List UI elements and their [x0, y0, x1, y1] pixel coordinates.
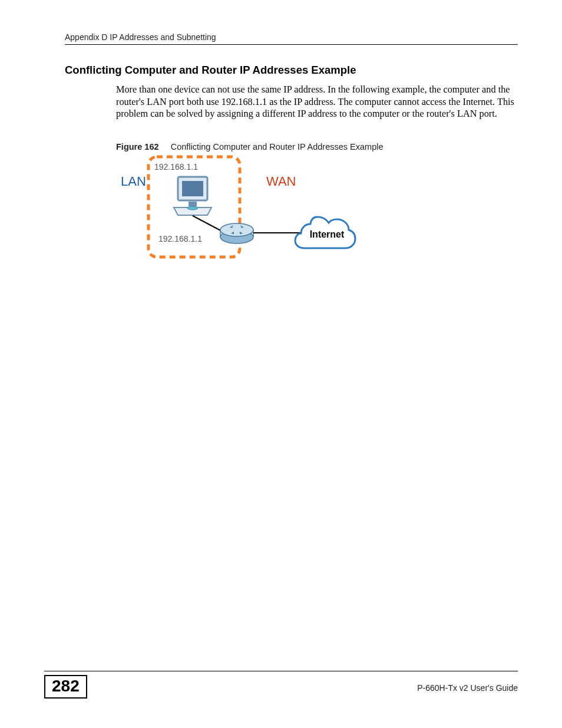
header-rule	[65, 44, 518, 45]
figure-caption-text: Conflicting Computer and Router IP Addre…	[171, 142, 384, 151]
network-diagram: LAN WAN 192.168.1.1 192.168.1.1	[116, 153, 363, 259]
wan-label: WAN	[266, 174, 296, 189]
guide-title: P-660H-Tx v2 User's Guide	[417, 683, 518, 693]
figure-label: Figure 162	[116, 142, 159, 151]
page-header: Appendix D IP Addresses and Subnetting	[65, 32, 518, 45]
figure-caption-sep	[161, 142, 168, 151]
body-paragraph: More than one device can not use the sam…	[116, 84, 517, 120]
internet-label: Internet	[310, 229, 345, 239]
document-page: Appendix D IP Addresses and Subnetting C…	[0, 0, 562, 728]
router-icon	[220, 223, 253, 243]
computer-ip-label: 192.168.1.1	[154, 162, 198, 172]
lan-label: LAN	[121, 174, 146, 189]
svg-rect-2	[189, 202, 197, 206]
running-head: Appendix D IP Addresses and Subnetting	[65, 32, 518, 42]
svg-rect-1	[182, 181, 203, 196]
svg-point-5	[220, 223, 253, 236]
internet-cloud-icon: Internet	[295, 217, 355, 248]
computer-icon	[174, 177, 211, 215]
svg-point-3	[187, 206, 198, 210]
router-ip-label: 192.168.1.1	[158, 234, 202, 243]
page-footer: 282 P-660H-Tx v2 User's Guide	[44, 671, 518, 699]
diagram-svg: LAN WAN 192.168.1.1 192.168.1.1	[116, 153, 363, 259]
section-heading: Conflicting Computer and Router IP Addre…	[65, 64, 356, 77]
footer-rule	[44, 671, 518, 671]
figure-caption: Figure 162 Conflicting Computer and Rout…	[116, 142, 384, 151]
page-number: 282	[44, 675, 87, 699]
